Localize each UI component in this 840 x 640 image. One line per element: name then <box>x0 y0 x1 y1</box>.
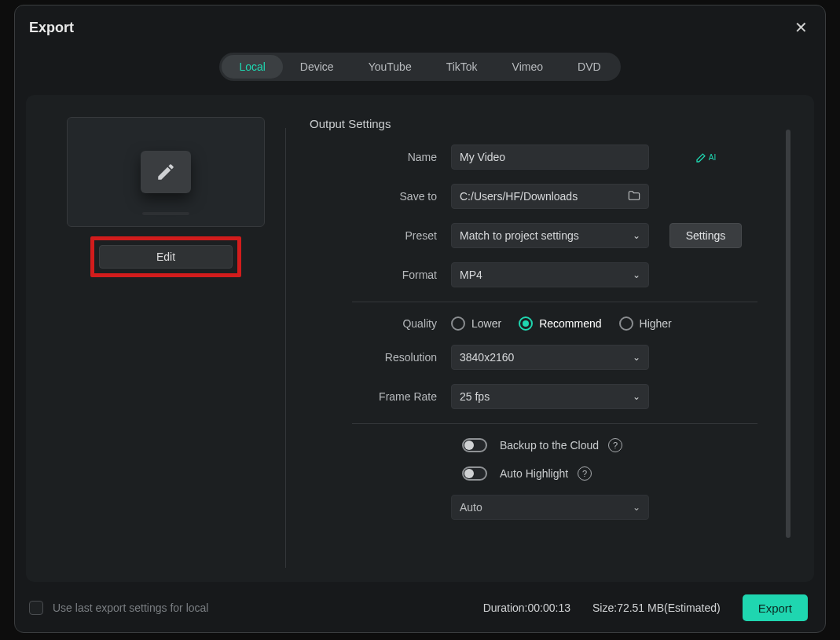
pencil-icon <box>141 151 191 193</box>
use-last-checkbox[interactable] <box>29 601 43 615</box>
auto-select-row: Auto ⌄ <box>310 495 795 520</box>
backup-label: Backup to the Cloud ? <box>500 438 795 452</box>
format-select[interactable]: MP4 ⌄ <box>451 262 649 287</box>
radio-circle <box>619 316 633 331</box>
ai-rename-icon[interactable]: AI <box>669 151 742 163</box>
backup-row: Backup to the Cloud ? <box>310 438 795 452</box>
auto-value: Auto <box>460 501 482 514</box>
form-grid: Name AI Save to C:/Users/HF/Downloads <box>310 144 795 287</box>
dialog-title: Export <box>29 20 74 36</box>
backup-toggle[interactable] <box>462 438 487 452</box>
label-resolution: Resolution <box>310 351 451 364</box>
chevron-down-icon: ⌄ <box>633 391 640 402</box>
close-icon[interactable]: ✕ <box>791 16 811 38</box>
chevron-down-icon: ⌄ <box>633 269 640 280</box>
form-grid-2: Quality Lower Recommend Higher <box>310 316 795 409</box>
radio-circle-selected <box>519 316 533 331</box>
highlight-toggle[interactable] <box>462 466 487 481</box>
divider <box>352 423 757 424</box>
name-input[interactable] <box>460 151 640 163</box>
frame-rate-value: 25 fps <box>460 390 490 403</box>
label-quality: Quality <box>310 317 451 330</box>
divider <box>352 302 757 302</box>
chevron-down-icon: ⌄ <box>633 230 640 241</box>
highlight-label: Auto Highlight ? <box>500 466 795 481</box>
main-panel: Edit Output Settings Name AI Save t <box>26 95 814 582</box>
radio-circle <box>451 316 465 331</box>
tabs-container: Local Device YouTube TikTok Vimeo DVD <box>15 45 825 95</box>
preview-shadow <box>142 212 189 215</box>
save-to-field[interactable]: C:/Users/HF/Downloads <box>451 184 649 209</box>
help-icon[interactable]: ? <box>608 438 622 452</box>
quality-radios: Lower Recommend Higher <box>451 316 742 331</box>
tabs: Local Device YouTube TikTok Vimeo DVD <box>219 53 620 81</box>
tab-dvd[interactable]: DVD <box>560 55 618 79</box>
folder-icon[interactable] <box>628 190 640 203</box>
footer: Use last export settings for local Durat… <box>15 582 825 635</box>
edit-highlight-frame: Edit <box>90 236 241 277</box>
tab-local[interactable]: Local <box>222 55 282 79</box>
tab-vimeo[interactable]: Vimeo <box>495 55 560 79</box>
label-save-to: Save to <box>310 190 451 203</box>
use-last-label: Use last export settings for local <box>53 602 208 614</box>
scrollbar-thumb[interactable] <box>786 130 790 538</box>
duration-text: Duration:00:00:13 <box>483 602 570 614</box>
settings-column: Output Settings Name AI Save to C:/Users… <box>295 117 795 568</box>
radio-recommend[interactable]: Recommend <box>519 316 601 331</box>
use-last-checkbox-wrap[interactable]: Use last export settings for local <box>29 601 208 615</box>
highlight-row: Auto Highlight ? <box>310 466 795 481</box>
export-dialog: Export ✕ Local Device YouTube TikTok Vim… <box>14 5 826 633</box>
label-name: Name <box>310 151 451 163</box>
settings-button[interactable]: Settings <box>669 223 742 248</box>
vertical-divider <box>285 128 286 568</box>
edit-button[interactable]: Edit <box>99 245 233 269</box>
label-preset: Preset <box>310 229 451 242</box>
footer-right: Duration:00:00:13 Size:72.51 MB(Estimate… <box>483 594 808 621</box>
name-field[interactable] <box>451 144 649 170</box>
format-value: MP4 <box>460 269 482 281</box>
label-format: Format <box>310 269 451 281</box>
chevron-down-icon: ⌄ <box>633 502 640 513</box>
frame-rate-select[interactable]: 25 fps ⌄ <box>451 384 649 409</box>
radio-lower[interactable]: Lower <box>451 316 501 331</box>
resolution-value: 3840x2160 <box>460 351 514 364</box>
titlebar: Export ✕ <box>15 5 825 45</box>
section-title: Output Settings <box>310 117 795 130</box>
tab-device[interactable]: Device <box>283 55 351 79</box>
preview-thumbnail[interactable] <box>67 117 265 227</box>
auto-select[interactable]: Auto ⌄ <box>451 495 649 520</box>
preview-column: Edit <box>48 117 284 568</box>
help-icon[interactable]: ? <box>578 466 592 481</box>
export-button[interactable]: Export <box>743 594 808 621</box>
save-to-value: C:/Users/HF/Downloads <box>460 190 578 203</box>
chevron-down-icon: ⌄ <box>633 352 640 363</box>
tab-youtube[interactable]: YouTube <box>351 55 429 79</box>
size-text: Size:72.51 MB(Estimated) <box>592 602 721 614</box>
preset-value: Match to project settings <box>460 229 579 242</box>
resolution-select[interactable]: 3840x2160 ⌄ <box>451 345 649 370</box>
preset-select[interactable]: Match to project settings ⌄ <box>451 223 649 248</box>
label-frame-rate: Frame Rate <box>310 390 451 403</box>
radio-higher[interactable]: Higher <box>619 316 672 331</box>
tab-tiktok[interactable]: TikTok <box>429 55 495 79</box>
